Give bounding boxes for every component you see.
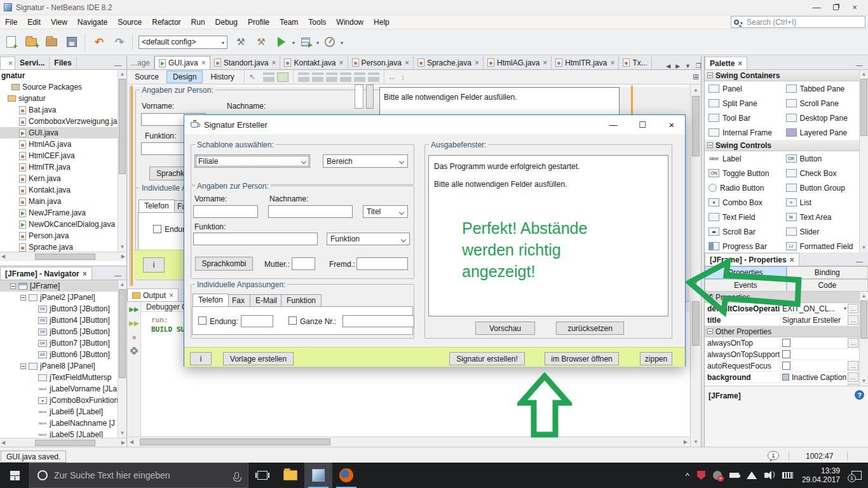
file-node-selected[interactable]: GUI.java xyxy=(0,127,126,139)
new-file-button[interactable] xyxy=(1,32,20,51)
minimize-panel-icon[interactable] xyxy=(856,60,868,69)
telefon-tab[interactable]: Telefon xyxy=(193,294,229,306)
tab-list-icon[interactable]: ▼ xyxy=(682,63,693,69)
redo-button[interactable]: ↷ xyxy=(110,32,129,51)
file-node[interactable]: HtmlCEF.java xyxy=(0,150,126,161)
checkbox-unchecked[interactable] xyxy=(782,339,790,347)
editor-tab[interactable]: Sprache.java xyxy=(414,56,484,69)
zippen-button[interactable]: zippen xyxy=(640,352,672,365)
file-node[interactable]: NewOkCancelDialog.java xyxy=(0,219,126,230)
ellipsis-button[interactable]: … xyxy=(848,372,858,382)
scroll-tabs-left-icon[interactable]: ◀ xyxy=(663,63,673,69)
signatur-erstellen-button[interactable]: Signatur erstellen! xyxy=(449,352,525,365)
zuruecksetzen-button[interactable]: zurücksetzen xyxy=(556,322,624,335)
mutter-field[interactable] xyxy=(292,257,315,270)
navigator-vscrollbar[interactable]: ▲ ▼ xyxy=(118,280,126,438)
ellipsis-button[interactable]: … xyxy=(848,315,858,325)
notification-icon[interactable]: 1 xyxy=(768,451,779,460)
email-tab[interactable]: E-Mail xyxy=(250,294,283,307)
editor-tab[interactable]: Kontakt.java xyxy=(280,56,348,69)
close-tab-icon[interactable] xyxy=(402,58,409,67)
grid-icon[interactable]: ⊞ xyxy=(693,72,699,81)
checkbox-checked[interactable] xyxy=(782,362,790,370)
file-node[interactable]: HtmlTR.java xyxy=(0,161,126,173)
endung-checkbox[interactable] xyxy=(198,316,207,325)
menu-file[interactable]: File xyxy=(0,15,22,29)
bereich-combobox[interactable]: Bereich xyxy=(323,154,408,168)
palette-item-scroll-pane[interactable]: Scroll Pane xyxy=(782,96,860,111)
nav-node[interactable]: jLabelNachname [J xyxy=(0,417,126,429)
scroll-tabs-right-icon[interactable]: ▶ xyxy=(673,63,682,69)
close-tab-icon[interactable] xyxy=(735,59,742,68)
editor-tab[interactable]: Standort.java xyxy=(210,56,281,69)
palette-item-button-group[interactable]: Button Group xyxy=(782,180,860,195)
align-top-icon[interactable] xyxy=(340,72,351,82)
taskbar-search-input[interactable]: Zur Suche Text hier eingeben xyxy=(29,463,248,488)
ellipsis-button[interactable]: … xyxy=(848,304,858,313)
palette-item-button[interactable]: OKButton xyxy=(782,151,860,166)
start-button[interactable] xyxy=(0,463,29,488)
palette-item-progress-bar[interactable]: Progress Bar xyxy=(705,239,782,252)
nav-node[interactable]: jButton7 [JButton] xyxy=(0,337,126,349)
close-tab-icon[interactable] xyxy=(607,58,614,67)
file-explorer-button[interactable] xyxy=(276,463,304,488)
palette-item-radio-button[interactable]: Radio Button xyxy=(705,180,782,195)
taskbar-clock[interactable]: 13:3929.04.2017 xyxy=(802,466,840,484)
wifi-icon[interactable] xyxy=(747,471,757,479)
palette-item-tabbed-pane[interactable]: Tabbed Pane xyxy=(782,81,860,96)
project-root-node[interactable]: gnatur xyxy=(0,70,126,81)
ide-search-input[interactable]: Search (Ctrl+I) xyxy=(731,16,865,28)
minimize-panel-icon[interactable] xyxy=(114,60,126,69)
info-button[interactable]: i xyxy=(190,352,212,365)
new-project-button[interactable] xyxy=(22,32,41,51)
nachname-field[interactable] xyxy=(268,205,353,218)
rerun-debug-icon[interactable]: ▶▶ xyxy=(127,316,141,330)
combo-caret-icon[interactable]: ▾ xyxy=(844,306,846,311)
restore-button[interactable] xyxy=(826,1,845,15)
fremd-field[interactable] xyxy=(356,257,408,270)
navigator-tab[interactable]: [JFrame] - Navigator xyxy=(0,267,92,280)
hidden-icons-chevron[interactable]: ^ xyxy=(686,471,689,480)
menu-source[interactable]: Source xyxy=(112,15,147,29)
funktion-field[interactable] xyxy=(193,233,318,245)
close-tab-icon[interactable] xyxy=(166,291,173,300)
profile-button[interactable] xyxy=(320,32,339,51)
collapse-icon[interactable] xyxy=(707,72,713,78)
palette-item-check-box[interactable]: Check Box xyxy=(782,166,860,180)
palette-item-label[interactable]: labelLabel xyxy=(705,151,782,166)
nav-node[interactable]: jTextFieldMuttersp xyxy=(0,372,126,383)
debug-caret-icon[interactable] xyxy=(315,37,319,46)
design-info-button[interactable]: i xyxy=(143,257,165,273)
nav-node[interactable]: jPanel8 [JPanel] xyxy=(0,360,126,372)
dialog-titlebar[interactable]: Signatur Ersteller — ☐ × xyxy=(184,115,685,134)
design-checkbox-endung[interactable] xyxy=(153,225,161,233)
close-button[interactable]: × xyxy=(845,1,864,15)
align-center-icon[interactable] xyxy=(326,72,337,82)
endung-field[interactable] xyxy=(241,315,273,327)
firefox-taskbar-button[interactable] xyxy=(332,463,360,488)
minimize-panel-icon[interactable] xyxy=(856,257,868,266)
palette-item-tool-bar[interactable]: Tool Bar xyxy=(705,111,782,125)
file-node[interactable]: NewJFrame.java xyxy=(0,207,126,219)
ganze-nr-checkbox[interactable] xyxy=(288,316,297,325)
vorschau-button[interactable]: Vorschau xyxy=(475,322,535,335)
palette-item-formatted-field[interactable]: /-/Formatted Field xyxy=(782,239,860,252)
task-view-button[interactable] xyxy=(248,463,276,488)
file-node[interactable]: Main.java xyxy=(0,196,126,207)
editor-tab[interactable]: HtmlTR.java xyxy=(552,56,619,69)
navigator-hscrollbar[interactable]: ◀ ▶ xyxy=(0,438,126,447)
nav-node[interactable]: jPanel2 [JPanel] xyxy=(0,292,126,303)
prop-row-background[interactable]: background Inactive Caption … xyxy=(705,372,859,383)
nav-node[interactable]: jButton4 [JButton] xyxy=(0,315,126,326)
palette-vscrollbar[interactable]: ▲ ▼ xyxy=(859,70,868,252)
align-baseline-icon[interactable] xyxy=(368,72,379,82)
files-tab[interactable]: Files xyxy=(50,57,76,69)
ellipsis-button[interactable]: … xyxy=(848,361,858,370)
close-tab-icon[interactable] xyxy=(198,58,206,67)
nav-node[interactable]: jLabel5 [JLabel] xyxy=(0,429,126,438)
resize-horizontal-icon[interactable]: ↔ xyxy=(388,72,396,82)
dialog-close-button[interactable]: × xyxy=(662,118,681,132)
projects-hscrollbar[interactable]: ◀ ▶ xyxy=(0,252,126,261)
netbeans-taskbar-button[interactable] xyxy=(304,463,332,488)
source-view-button[interactable]: Source xyxy=(128,71,165,83)
